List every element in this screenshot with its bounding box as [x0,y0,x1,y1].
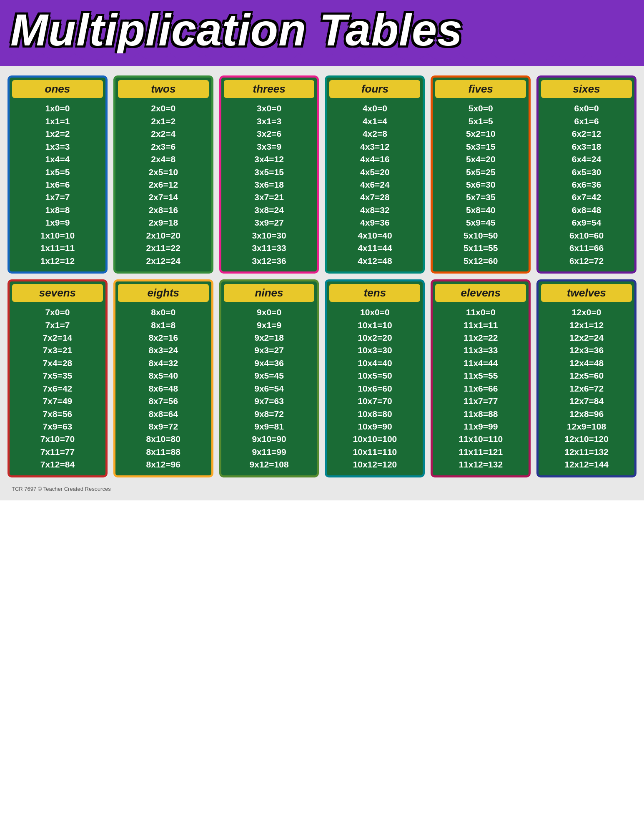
table-row: 4x12=48 [330,255,419,267]
table-body-fours: 4x0=04x1=44x2=84x3=124x4=164x5=204x6=244… [327,100,423,271]
table-row: 9x8=72 [225,408,314,420]
table-row: 12x11=132 [542,446,631,458]
table-card-fives: fives5x0=05x1=55x2=105x3=155x4=205x5=255… [431,75,531,274]
table-row: 11x1=11 [436,319,525,332]
table-row: 8x1=8 [119,319,208,332]
table-label-sixes: sixes [543,83,630,95]
table-row: 1x1=1 [13,115,102,128]
table-body-eights: 8x0=08x1=88x2=168x3=248x4=328x5=408x6=48… [115,304,211,475]
table-row: 10x1=10 [330,319,419,332]
table-row: 2x9=18 [119,216,208,229]
table-row: 4x3=12 [330,141,419,153]
table-row: 9x11=99 [225,446,314,458]
table-card-sixes: sixes6x0=06x1=66x2=126x3=186x4=246x5=306… [536,75,636,274]
table-row: 7x8=56 [13,408,102,420]
table-row: 3x8=24 [225,204,314,216]
table-row: 6x5=30 [542,166,631,178]
table-card-fours: fours4x0=04x1=44x2=84x3=124x4=164x5=204x… [325,75,425,274]
table-row: 7x4=28 [13,357,102,369]
table-card-eights: eights8x0=08x1=88x2=168x3=248x4=328x5=40… [113,279,213,477]
table-header-sevens: sevens [12,284,103,302]
table-header-twelves: twelves [541,284,632,302]
table-row: 12x5=60 [542,369,631,382]
table-row: 3x2=6 [225,128,314,140]
table-row: 2x1=2 [119,115,208,128]
table-row: 9x5=45 [225,369,314,382]
table-label-ones: ones [14,83,101,95]
table-row: 3x5=15 [225,166,314,178]
table-row: 3x10=30 [225,229,314,242]
table-row: 9x12=108 [225,458,314,471]
table-row: 2x7=14 [119,191,208,203]
table-row: 7x11=77 [13,446,102,458]
table-row: 8x12=96 [119,458,208,471]
table-header-threes: threes [224,80,315,98]
table-header-ones: ones [12,80,103,98]
table-row: 1x9=9 [13,216,102,229]
table-row: 6x0=0 [542,102,631,115]
table-row: 11x3=33 [436,344,525,357]
table-label-sevens: sevens [14,286,101,299]
table-row: 3x6=18 [225,178,314,191]
table-row: 5x3=15 [436,141,525,153]
table-row: 12x10=120 [542,433,631,445]
main-content: ones1x0=01x1=11x2=21x3=31x4=41x5=51x6=61… [0,65,644,500]
table-row: 10x8=80 [330,408,419,420]
table-row: 8x11=88 [119,446,208,458]
table-row: 4x9=36 [330,216,419,229]
table-row: 10x11=110 [330,446,419,458]
table-row: 2x4=8 [119,153,208,166]
table-row: 6x8=48 [542,204,631,216]
table-card-elevens: elevens11x0=011x1=1111x2=2211x3=3311x4=4… [431,279,531,477]
table-row: 6x9=54 [542,216,631,229]
table-row: 6x11=66 [542,242,631,254]
table-row: 4x8=32 [330,204,419,216]
table-row: 5x5=25 [436,166,525,178]
table-row: 9x10=90 [225,433,314,445]
table-label-elevens: elevens [437,286,524,299]
table-row: 10x7=70 [330,395,419,407]
table-row: 7x10=70 [13,433,102,445]
table-row: 3x0=0 [225,102,314,115]
table-row: 7x1=7 [13,319,102,332]
table-row: 3x3=9 [225,141,314,153]
table-row: 1x7=7 [13,191,102,203]
table-row: 12x9=108 [542,420,631,433]
tables-grid: ones1x0=01x1=11x2=21x3=31x4=41x5=51x6=61… [8,75,636,477]
table-row: 11x12=132 [436,458,525,471]
table-row: 9x0=0 [225,306,314,319]
table-row: 7x6=42 [13,382,102,395]
table-row: 10x9=90 [330,420,419,433]
table-header-eights: eights [118,284,209,302]
table-row: 1x4=4 [13,153,102,166]
table-row: 5x12=60 [436,255,525,267]
table-row: 4x0=0 [330,102,419,115]
table-card-nines: nines9x0=09x1=99x2=189x3=279x4=369x5=459… [219,279,319,477]
table-row: 6x4=24 [542,153,631,166]
table-row: 10x0=0 [330,306,419,319]
table-row: 1x12=12 [13,255,102,267]
table-card-tens: tens10x0=010x1=1010x2=2010x3=3010x4=4010… [325,279,425,477]
table-row: 12x3=36 [542,344,631,357]
table-row: 2x8=16 [119,204,208,216]
table-header-twos: twos [118,80,209,98]
table-row: 1x10=10 [13,229,102,242]
table-row: 4x7=28 [330,191,419,203]
table-row: 12x4=48 [542,357,631,369]
table-row: 10x4=40 [330,357,419,369]
table-row: 5x1=5 [436,115,525,128]
table-row: 3x11=33 [225,242,314,254]
table-row: 5x11=55 [436,242,525,254]
table-row: 11x5=55 [436,369,525,382]
table-row: 1x5=5 [13,166,102,178]
table-row: 5x9=45 [436,216,525,229]
table-row: 12x7=84 [542,395,631,407]
table-row: 1x8=8 [13,204,102,216]
table-body-sixes: 6x0=06x1=66x2=126x3=186x4=246x5=306x6=36… [539,100,634,271]
table-body-nines: 9x0=09x1=99x2=189x3=279x4=369x5=459x6=54… [221,304,317,475]
table-row: 4x10=40 [330,229,419,242]
table-label-fives: fives [437,83,524,95]
table-row: 10x5=50 [330,369,419,382]
table-row: 6x7=42 [542,191,631,203]
table-row: 11x0=0 [436,306,525,319]
